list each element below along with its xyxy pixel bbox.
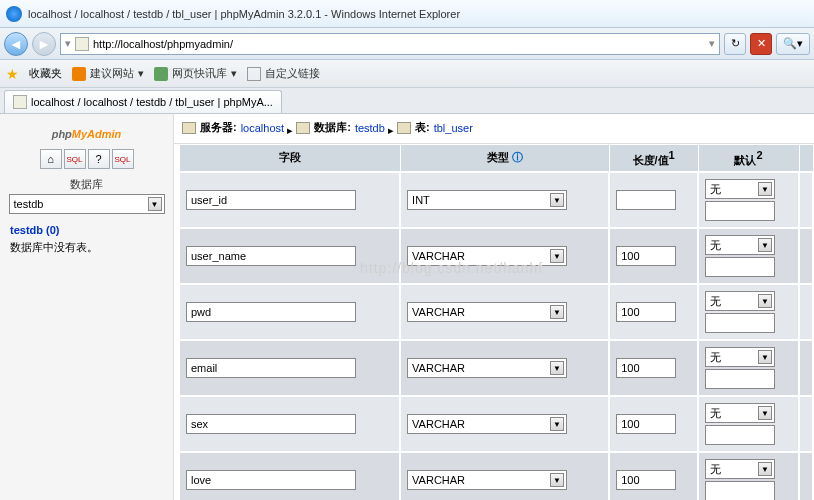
database-select[interactable]: testdb▼ xyxy=(9,194,165,214)
chevron-down-icon: ▼ xyxy=(148,197,162,211)
col-length: 长度/值1 xyxy=(609,144,698,172)
field-length-input[interactable] xyxy=(616,358,676,378)
field-name-input[interactable] xyxy=(186,358,356,378)
favorites-star-icon[interactable]: ★ xyxy=(6,66,19,82)
table-row: VARCHAR▼无▼ xyxy=(179,284,813,340)
sql-icon[interactable]: SQL xyxy=(64,149,86,169)
field-name-input[interactable] xyxy=(186,190,356,210)
table-row: VARCHAR▼无▼ xyxy=(179,452,813,500)
field-default-select[interactable]: 无▼ xyxy=(705,179,775,199)
field-length-input[interactable] xyxy=(616,414,676,434)
table-row: VARCHAR▼无▼ xyxy=(179,396,813,452)
browser-navbar: ◄ ► ▾ ▾ ↻ ✕ 🔍▾ xyxy=(0,28,814,60)
rss-icon xyxy=(72,67,86,81)
docs-icon[interactable]: ? xyxy=(88,149,110,169)
forward-button[interactable]: ► xyxy=(32,32,56,56)
search-button[interactable]: 🔍▾ xyxy=(776,33,810,55)
dropdown-icon[interactable]: ▾ xyxy=(65,37,71,50)
field-default-input[interactable] xyxy=(705,313,775,333)
custom-links[interactable]: 自定义链接 xyxy=(247,66,320,81)
query-icon[interactable]: SQL xyxy=(112,149,134,169)
favorites-label[interactable]: 收藏夹 xyxy=(29,66,62,81)
home-icon[interactable]: ⌂ xyxy=(40,149,62,169)
help-icon[interactable]: ⓘ xyxy=(512,151,523,163)
field-length-input[interactable] xyxy=(616,302,676,322)
field-default-input[interactable] xyxy=(705,481,775,500)
tab-favicon xyxy=(13,95,27,109)
field-default-select[interactable]: 无▼ xyxy=(705,347,775,367)
table-row: INT▼无▼ xyxy=(179,172,813,228)
field-default-select[interactable]: 无▼ xyxy=(705,403,775,423)
field-type-select[interactable]: VARCHAR▼ xyxy=(407,302,567,322)
pma-logo: phpMyAdmin xyxy=(4,122,169,143)
field-default-input[interactable] xyxy=(705,257,775,277)
col-type: 类型 ⓘ xyxy=(400,144,609,172)
table-row: VARCHAR▼无▼ xyxy=(179,228,813,284)
database-link[interactable]: testdb (0) xyxy=(4,214,169,238)
url-input[interactable] xyxy=(93,38,705,50)
refresh-button[interactable]: ↻ xyxy=(724,33,746,55)
window-titlebar: localhost / localhost / testdb / tbl_use… xyxy=(0,0,814,28)
field-name-input[interactable] xyxy=(186,302,356,322)
slice-icon xyxy=(154,67,168,81)
field-default-select[interactable]: 无▼ xyxy=(705,291,775,311)
field-default-select[interactable]: 无▼ xyxy=(705,235,775,255)
site-icon xyxy=(75,37,89,51)
breadcrumb: 服务器: localhost ▸ 数据库: testdb ▸ 表: tbl_us… xyxy=(174,114,814,144)
database-label: 数据库 xyxy=(4,177,169,192)
field-length-input[interactable] xyxy=(616,470,676,490)
field-type-select[interactable]: VARCHAR▼ xyxy=(407,246,567,266)
crumb-server[interactable]: localhost xyxy=(241,122,284,134)
field-type-select[interactable]: VARCHAR▼ xyxy=(407,470,567,490)
field-default-input[interactable] xyxy=(705,425,775,445)
col-default: 默认2 xyxy=(698,144,799,172)
tab-label: localhost / localhost / testdb / tbl_use… xyxy=(31,96,273,108)
history-dropdown-icon[interactable]: ▾ xyxy=(709,37,715,50)
field-default-select[interactable]: 无▼ xyxy=(705,459,775,479)
suggested-sites[interactable]: 建议网站 ▾ xyxy=(72,66,144,81)
col-field: 字段 xyxy=(179,144,400,172)
field-name-input[interactable] xyxy=(186,414,356,434)
database-icon xyxy=(296,122,310,134)
crumb-database[interactable]: testdb xyxy=(355,122,385,134)
ie-icon xyxy=(6,6,22,22)
no-tables-msg: 数据库中没有表。 xyxy=(4,238,169,257)
window-title: localhost / localhost / testdb / tbl_use… xyxy=(28,8,460,20)
folder-icon xyxy=(247,67,261,81)
server-icon xyxy=(182,122,196,134)
field-type-select[interactable]: INT▼ xyxy=(407,190,567,210)
field-type-select[interactable]: VARCHAR▼ xyxy=(407,414,567,434)
field-definition-table: 字段 类型 ⓘ 长度/值1 默认2 INT▼无▼VARCHAR▼无▼VARCHA… xyxy=(178,144,814,501)
web-slice[interactable]: 网页快讯库 ▾ xyxy=(154,66,237,81)
field-type-select[interactable]: VARCHAR▼ xyxy=(407,358,567,378)
table-icon xyxy=(397,122,411,134)
field-length-input[interactable] xyxy=(616,246,676,266)
browser-tab[interactable]: localhost / localhost / testdb / tbl_use… xyxy=(4,90,282,113)
field-default-input[interactable] xyxy=(705,201,775,221)
browser-tabbar: localhost / localhost / testdb / tbl_use… xyxy=(0,88,814,114)
field-default-input[interactable] xyxy=(705,369,775,389)
pma-main: 服务器: localhost ▸ 数据库: testdb ▸ 表: tbl_us… xyxy=(174,114,814,500)
field-name-input[interactable] xyxy=(186,470,356,490)
crumb-table[interactable]: tbl_user xyxy=(434,122,473,134)
pma-sidebar: phpMyAdmin ⌂ SQL ? SQL 数据库 testdb▼ testd… xyxy=(0,114,174,500)
url-bar[interactable]: ▾ ▾ xyxy=(60,33,720,55)
stop-button[interactable]: ✕ xyxy=(750,33,772,55)
favorites-bar: ★ 收藏夹 建议网站 ▾ 网页快讯库 ▾ 自定义链接 xyxy=(0,60,814,88)
back-button[interactable]: ◄ xyxy=(4,32,28,56)
table-row: VARCHAR▼无▼ xyxy=(179,340,813,396)
field-name-input[interactable] xyxy=(186,246,356,266)
field-length-input[interactable] xyxy=(616,190,676,210)
